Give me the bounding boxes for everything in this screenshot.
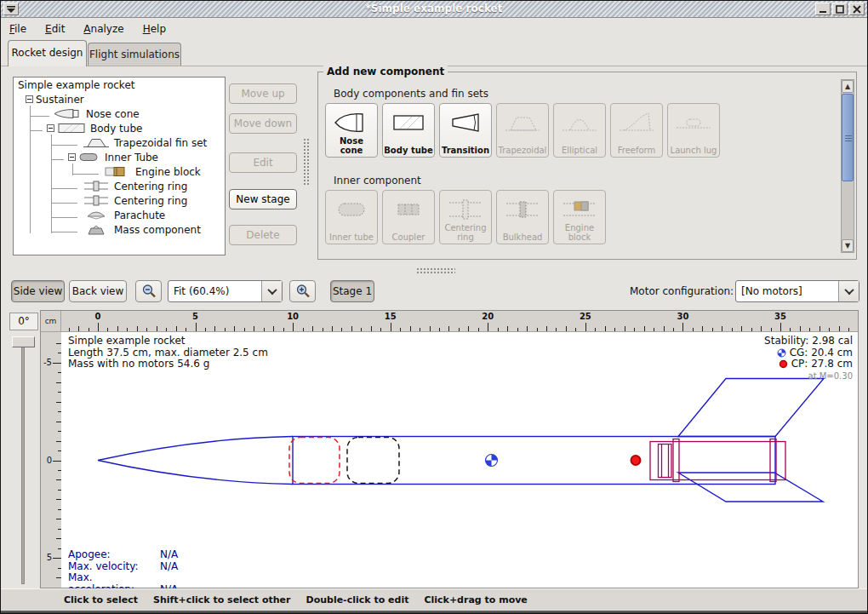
cg-value: CG: 20.4 cm bbox=[790, 347, 853, 359]
window-bottom-edge bbox=[1, 611, 867, 614]
mach-annotation: at M=0.30 bbox=[764, 370, 853, 382]
delete-button[interactable]: Delete bbox=[229, 225, 297, 245]
tree-item-parachute[interactable]: Parachute bbox=[14, 208, 225, 222]
edit-button[interactable]: Edit bbox=[229, 152, 297, 173]
add-elliptical-fin-button[interactable]: Elliptical bbox=[553, 103, 606, 158]
figure-area: 0° cm 05101520253035 -505 bbox=[1, 310, 868, 588]
menu-file[interactable]: File bbox=[9, 23, 26, 35]
scrollbar-thumb[interactable] bbox=[842, 94, 854, 181]
mass-component-icon bbox=[83, 224, 110, 235]
minimize-button[interactable] bbox=[815, 3, 831, 15]
rotation-angle-display: 0° bbox=[9, 313, 38, 330]
inner-component-label: Inner component bbox=[334, 175, 421, 186]
transition-icon bbox=[446, 109, 485, 136]
move-up-button[interactable]: Move up bbox=[229, 83, 297, 104]
chevron-down-icon[interactable] bbox=[838, 281, 859, 301]
tree-item-centering-ring-2[interactable]: Centering ring bbox=[14, 193, 225, 208]
scroll-down-icon[interactable]: ▼ bbox=[842, 239, 854, 252]
add-component-group: Add new component Body components and fi… bbox=[317, 72, 857, 260]
rocket-design-pane: Simple example rocket Sustainer Nose con… bbox=[1, 66, 867, 273]
tab-rocket-design[interactable]: Rocket design bbox=[8, 40, 87, 66]
vertical-splitter[interactable] bbox=[303, 138, 310, 185]
tree-item-engine-block[interactable]: Engine block bbox=[14, 164, 225, 179]
collapse-icon[interactable] bbox=[68, 153, 76, 161]
fin-lower-outline[interactable] bbox=[678, 473, 823, 502]
max-velocity-value: N/A bbox=[160, 560, 178, 572]
add-body-tube-button[interactable]: Body tube bbox=[382, 103, 435, 158]
inner-tube-outline[interactable] bbox=[650, 442, 785, 480]
rocket-diagram[interactable] bbox=[61, 332, 858, 588]
hint-shift-click: Shift+click to select other bbox=[153, 594, 291, 605]
scroll-up-icon[interactable]: ▲ bbox=[842, 80, 854, 93]
title-bar: *Simple example rocket bbox=[1, 1, 867, 18]
motor-configuration-value: [No motors] bbox=[736, 281, 838, 301]
new-stage-button[interactable]: New stage bbox=[229, 189, 297, 209]
move-down-button[interactable]: Move down bbox=[229, 113, 297, 134]
engine-block-outline[interactable] bbox=[659, 445, 672, 478]
rotation-slider-track[interactable] bbox=[21, 337, 25, 584]
menu-analyze[interactable]: Analyze bbox=[83, 23, 123, 35]
close-button[interactable] bbox=[849, 3, 865, 15]
maximize-button[interactable] bbox=[832, 3, 848, 15]
add-nose-cone-button[interactable]: Nose cone bbox=[325, 103, 378, 158]
menu-edit[interactable]: Edit bbox=[45, 23, 65, 35]
collapse-icon[interactable] bbox=[47, 124, 54, 132]
menu-help[interactable]: Help bbox=[143, 23, 166, 35]
horizontal-splitter[interactable] bbox=[416, 267, 455, 273]
tree-item-mass-component[interactable]: Mass component bbox=[14, 222, 225, 237]
chevron-down-icon[interactable] bbox=[261, 281, 282, 301]
centering-ring-icon bbox=[83, 181, 110, 192]
vertical-ruler: -505 bbox=[41, 332, 61, 588]
freeform-fin-icon bbox=[617, 109, 656, 136]
add-trapezoidal-fin-button[interactable]: Trapezoidal bbox=[496, 103, 549, 158]
tree-item-nose-cone[interactable]: Nose cone bbox=[14, 106, 225, 121]
collapse-icon[interactable] bbox=[26, 95, 33, 103]
add-engine-block-button[interactable]: Engine block bbox=[553, 190, 606, 244]
add-bulkhead-button[interactable]: Bulkhead bbox=[496, 190, 549, 244]
side-view-button[interactable]: Side view bbox=[11, 280, 65, 302]
cp-value: CP: 27.8 cm bbox=[791, 359, 853, 370]
add-centering-ring-button[interactable]: Centering ring bbox=[439, 190, 492, 244]
window-title: *Simple example rocket bbox=[1, 3, 867, 14]
body-tube-outline[interactable] bbox=[293, 437, 775, 485]
stability-value: Stability: 2.98 cal bbox=[764, 336, 853, 347]
tree-item-rocket[interactable]: Simple example rocket bbox=[14, 77, 225, 92]
add-inner-tube-button[interactable]: Inner tube bbox=[325, 190, 378, 244]
centering-ring-front-outline[interactable] bbox=[673, 439, 679, 482]
add-launch-lug-button[interactable]: Launch lug bbox=[667, 103, 720, 158]
tree-item-inner-tube[interactable]: Inner Tube bbox=[14, 150, 225, 164]
tab-flight-simulations[interactable]: Flight simulations bbox=[88, 43, 181, 66]
launch-lug-icon bbox=[674, 109, 713, 136]
ruler-unit-label: cm bbox=[41, 311, 61, 332]
stage-1-toggle[interactable]: Stage 1 bbox=[330, 280, 374, 302]
add-freeform-fin-button[interactable]: Freeform bbox=[610, 103, 663, 158]
bulkhead-icon bbox=[503, 196, 542, 223]
component-panel-scrollbar[interactable]: ▲ ▼ bbox=[841, 79, 854, 253]
elliptical-fin-icon bbox=[560, 109, 599, 136]
inner-tube-icon bbox=[78, 152, 100, 163]
add-transition-button[interactable]: Transition bbox=[439, 103, 492, 158]
zoom-in-button[interactable] bbox=[289, 280, 316, 302]
zoom-level-select[interactable]: Fit (60.4%) bbox=[168, 280, 283, 302]
tab-bar: Rocket design Flight simulations bbox=[1, 38, 867, 66]
motor-configuration-select[interactable]: [No motors] bbox=[735, 280, 859, 302]
nose-cone-outline[interactable] bbox=[98, 437, 293, 485]
body-components-label: Body components and fin sets bbox=[334, 88, 488, 100]
mass-component-outline[interactable] bbox=[347, 438, 399, 484]
tree-item-sustainer[interactable]: Sustainer bbox=[14, 92, 225, 106]
tree-item-centering-ring-1[interactable]: Centering ring bbox=[14, 179, 225, 193]
fin-upper-outline[interactable] bbox=[678, 379, 824, 437]
rotation-slider-handle[interactable] bbox=[12, 336, 35, 347]
zoom-in-icon bbox=[295, 284, 311, 299]
tree-item-body-tube[interactable]: Body tube bbox=[14, 121, 225, 135]
add-coupler-button[interactable]: Coupler bbox=[382, 190, 435, 244]
hint-click-drag: Click+drag to move bbox=[424, 594, 527, 605]
tree-item-trapezoidal-fin-set[interactable]: Trapezoidal fin set bbox=[14, 135, 225, 150]
view-toolbar: Side view Back view Fit (60.4%) Stage 1 … bbox=[1, 273, 867, 310]
back-view-button[interactable]: Back view bbox=[69, 280, 127, 302]
zoom-out-button[interactable] bbox=[135, 280, 162, 302]
nose-cone-icon bbox=[53, 108, 82, 119]
add-component-title: Add new component bbox=[323, 66, 448, 77]
rocket-canvas[interactable]: Simple example rocketLength 37.5 cm, max… bbox=[61, 332, 858, 588]
parachute-outline[interactable] bbox=[289, 438, 340, 484]
